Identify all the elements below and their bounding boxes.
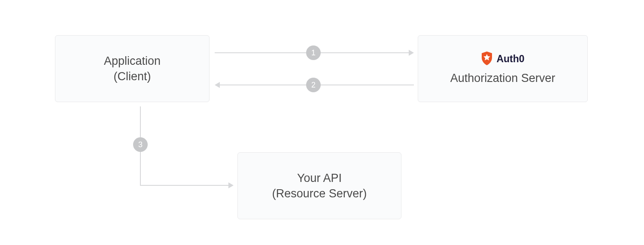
step-2-badge: 2 [306,78,321,92]
client-box: Application (Client) [55,35,210,102]
client-subtitle: (Client) [113,69,151,84]
arrow-3-head [228,182,234,188]
step-3-number: 3 [138,140,143,149]
api-title: Your API [297,170,342,186]
authserver-box: Auth0 Authorization Server [418,35,588,102]
arrow-3-line-horizontal [140,185,228,186]
step-1-number: 1 [311,48,316,57]
authserver-label: Authorization Server [450,70,556,86]
auth0-shield-icon [481,51,493,67]
auth0-brand-text: Auth0 [496,53,524,65]
auth0-brand: Auth0 [481,51,524,67]
step-2-number: 2 [311,81,316,90]
api-box: Your API (Resource Server) [237,152,401,219]
api-subtitle: (Resource Server) [272,186,367,201]
step-3-badge: 3 [133,137,148,152]
client-title: Application [104,53,161,69]
arrow-1-head [409,50,414,56]
arrow-2-head [215,82,220,88]
step-1-badge: 1 [306,45,321,60]
